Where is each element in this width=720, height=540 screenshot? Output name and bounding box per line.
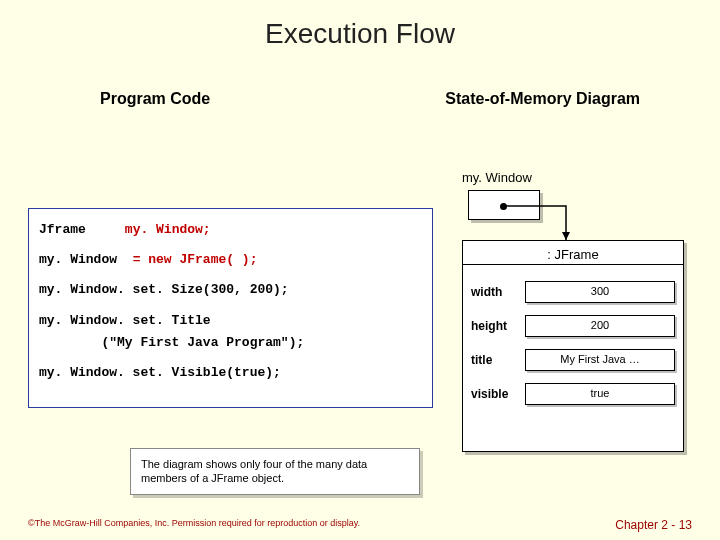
obj-label-width: width <box>471 285 517 299</box>
right-subtitle: State-of-Memory Diagram <box>445 90 640 108</box>
obj-label-height: height <box>471 319 517 333</box>
footer: ©The McGraw-Hill Companies, Inc. Permiss… <box>28 518 692 532</box>
left-subtitle: Program Code <box>100 90 210 108</box>
code-l4a: my. Window. set. Title <box>39 313 211 328</box>
object-box: : JFrame width 300 height 200 title My F… <box>462 240 684 452</box>
caption-box: The diagram shows only four of the many … <box>130 448 420 495</box>
object-row: width 300 <box>463 275 683 309</box>
arrow-head-icon <box>562 232 570 240</box>
code-l4b: ("My First Java Program"); <box>39 335 304 350</box>
slide-title: Execution Flow <box>0 0 720 50</box>
object-header: : JFrame <box>463 241 683 265</box>
obj-label-title: title <box>471 353 517 367</box>
subtitle-row: Program Code State-of-Memory Diagram <box>0 50 720 118</box>
obj-value-width: 300 <box>525 281 675 303</box>
code-l5: my. Window. set. Visible(true); <box>39 365 281 380</box>
object-row: visible true <box>463 377 683 411</box>
obj-value-height: 200 <box>525 315 675 337</box>
obj-value-visible: true <box>525 383 675 405</box>
code-l2b: = new JFrame( ); <box>133 252 258 267</box>
obj-value-title: My First Java … <box>525 349 675 371</box>
code-box: Jframe my. Window; my. Window = new JFra… <box>28 208 433 408</box>
reference-dot <box>500 203 507 210</box>
object-row: height 200 <box>463 309 683 343</box>
code-l1b: my. Window; <box>125 222 211 237</box>
obj-label-visible: visible <box>471 387 517 401</box>
copyright-text: ©The McGraw-Hill Companies, Inc. Permiss… <box>28 518 360 532</box>
code-l1a: Jframe <box>39 222 125 237</box>
variable-label: my. Window <box>462 170 532 185</box>
page-number: Chapter 2 - 13 <box>615 518 692 532</box>
code-l2a: my. Window <box>39 252 133 267</box>
code-l3: my. Window. set. Size(300, 200); <box>39 282 289 297</box>
object-row: title My First Java … <box>463 343 683 377</box>
